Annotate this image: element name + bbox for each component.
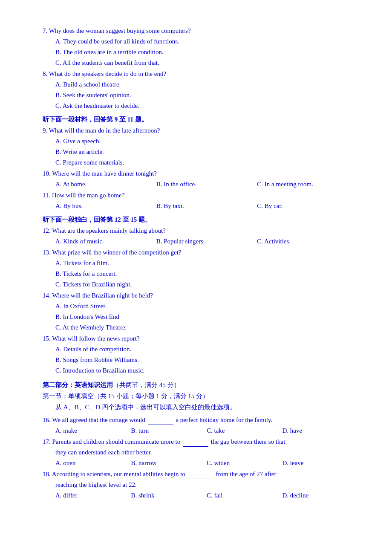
question-9: 9. What will the man do in the late afte…	[43, 125, 358, 168]
q16-options: A. make B. turn C. take D. have	[43, 425, 358, 436]
q7-text: 7. Why does the woman suggest buying som…	[43, 26, 358, 36]
q15-text: 15. What will follow the news report?	[43, 333, 358, 344]
q10-options: A. At home. B. In the office. C. In a me…	[43, 179, 358, 189]
q8-text: 8. What do the speakers decide to do in …	[43, 69, 358, 79]
section1-header-text: 第一节：单项填空	[43, 393, 94, 399]
q9-text: 9. What will the man do in the late afte…	[43, 125, 358, 136]
q17-text: 17. Parents and children should communic…	[43, 436, 358, 447]
q13-text: 13. What prize will the winner of the co…	[43, 247, 358, 257]
q16-blank	[148, 425, 173, 425]
q18-optB: B. shrink	[131, 490, 207, 500]
q18-text: 18. According to scientists, our mental …	[43, 469, 358, 479]
q14-optA: A. In Oxford Street.	[43, 301, 358, 311]
q12-optA: A. Kinds of music.	[55, 236, 156, 246]
question-15: 15. What will follow the news report? A.…	[43, 333, 358, 376]
part2-header-note: （共两节，满分 45 分）	[113, 382, 180, 388]
q17-text2: they can understand each other better.	[43, 447, 358, 457]
q18-blank	[188, 479, 213, 479]
question-10: 10. Where will the man have dinner tonig…	[43, 168, 358, 189]
q12-optB: B. Popular singers.	[156, 236, 257, 246]
q11-optC: C. By car.	[257, 201, 358, 211]
q9-optC: C. Prepare some materials.	[43, 157, 358, 168]
q16-optA: A. make	[55, 425, 131, 436]
q10-optB: B. In the office.	[156, 179, 257, 189]
question-8: 8. What do the speakers decide to do in …	[43, 69, 358, 111]
q11-optA: A. By bus.	[55, 201, 156, 211]
question-7: 7. Why does the woman suggest buying som…	[43, 26, 358, 68]
question-12: 12. What are the speakers mainly talking…	[43, 225, 358, 246]
q14-optB: B. In London's West End	[43, 312, 358, 322]
part2-header-bold: 第二部分：英语知识运用	[43, 382, 113, 388]
q11-optB: B. By taxi.	[156, 201, 257, 211]
q12-options: A. Kinds of music. B. Popular singers. C…	[43, 236, 358, 246]
question-14: 14. Where will the Brazilian night be he…	[43, 290, 358, 332]
q13-optB: B. Tickets for a concert.	[43, 269, 358, 279]
q9-optB: B. Write an article.	[43, 147, 358, 157]
q17-options: A. open B. narrow C. widen D. leave	[43, 458, 358, 468]
q15-optB: B. Songs from Robbie Williams.	[43, 355, 358, 365]
question-18: 18. According to scientists, our mental …	[43, 469, 358, 500]
q14-optC: C. At the Wembely Theatre.	[43, 322, 358, 332]
q15-optA: A. Details of the competition.	[43, 344, 358, 354]
q8-optB: B. Seek the students' opinion.	[43, 90, 358, 100]
q10-optA: A. At home.	[55, 179, 156, 189]
q11-options: A. By bus. B. By taxi. C. By car.	[43, 201, 358, 211]
part2-header: 第二部分：英语知识运用（共两节，满分 45 分）	[43, 380, 358, 390]
q11-text: 11. How will the man go home?	[43, 190, 358, 200]
section1-header: 第一节：单项填空（共 15 小题；每小题 1 分，满分 15 分）	[43, 391, 358, 401]
q10-optC: C. In a meeting room.	[257, 179, 358, 189]
q17-optA: A. open	[55, 458, 131, 468]
q16-optD: D. have	[282, 425, 358, 436]
question-11: 11. How will the man go home? A. By bus.…	[43, 190, 358, 211]
q18-options: A. differ B. shrink C. fail D. decline	[43, 490, 358, 500]
q13-optA: A. Tickets for a film.	[43, 258, 358, 268]
q12-optC: C. Activities.	[257, 236, 358, 246]
q8-optA: A. Build a school theatre.	[43, 79, 358, 90]
q16-text: 16. We all agreed that the cottage would…	[43, 415, 358, 425]
question-17: 17. Parents and children should communic…	[43, 436, 358, 468]
q17-optD: D. leave	[282, 458, 358, 468]
section1-instruction: 从 A、B、C、D 四个选项中，选出可以填入空白处的最佳选项。	[43, 402, 358, 412]
q13-optC: C. Tickets for Brazilian night.	[43, 279, 358, 289]
q9-optA: A. Give a speech.	[43, 136, 358, 146]
q15-optC: C. Introduction to Brazilian music.	[43, 365, 358, 376]
q14-text: 14. Where will the Brazilian night be he…	[43, 290, 358, 301]
question-13: 13. What prize will the winner of the co…	[43, 247, 358, 289]
exam-content: 7. Why does the woman suggest buying som…	[43, 26, 358, 500]
section-header-2: 听下面一段独白，回答第 12 至 15 题。	[43, 214, 358, 225]
q18-text2: reaching the highest level at 22.	[43, 480, 358, 490]
q18-optD: D. decline	[282, 490, 358, 500]
q12-text: 12. What are the speakers mainly talking…	[43, 225, 358, 236]
q17-blank	[183, 446, 208, 447]
q10-text: 10. Where will the man have dinner tonig…	[43, 168, 358, 179]
q17-optC: C. widen	[207, 458, 282, 468]
q8-optC: C. Ask the headmaster to decide.	[43, 101, 358, 111]
q18-optA: A. differ	[55, 490, 131, 500]
q7-optA: A. They could be used for all kinds of f…	[43, 36, 358, 46]
q17-optB: B. narrow	[131, 458, 207, 468]
section-header-1: 听下面一段材料，回答第 9 至 11 题。	[43, 114, 358, 124]
q16-optC: C. take	[207, 425, 282, 436]
q18-optC: C. fail	[207, 490, 282, 500]
q7-optC: C. All the students can benefit from tha…	[43, 58, 358, 68]
q7-optB: B. The old ones are in a terrible condit…	[43, 47, 358, 57]
section1-note: （共 15 小题；每小题 1 分，满分 15 分）	[94, 393, 209, 399]
question-16: 16. We all agreed that the cottage would…	[43, 415, 358, 436]
q16-optB: B. turn	[131, 425, 207, 436]
